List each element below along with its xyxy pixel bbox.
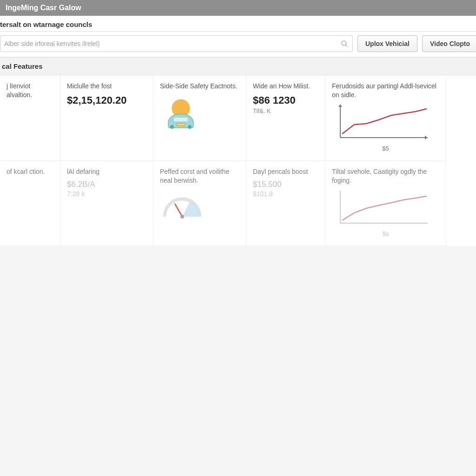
card-action[interactable]: of kcarl ction.: [0, 161, 60, 246]
search-icon: [340, 40, 349, 48]
chart-x-label: $5: [332, 145, 439, 152]
vehicle-icon: [160, 94, 239, 132]
card-title: Miclulle the fost: [67, 82, 146, 91]
card-defaring[interactable]: lAl defaring $6.2B/A 7:28 k: [60, 161, 153, 246]
search-input[interactable]: [4, 40, 340, 47]
video-button[interactable]: Video Clopto: [422, 35, 476, 52]
card-title: Peffed corst and voilithe neal berwish.: [160, 167, 239, 185]
card-subvalue: Tif&. K: [253, 107, 318, 114]
app-title: IngeMing Casr Galow: [6, 4, 81, 12]
card-subvalue: 7:28 k: [67, 190, 146, 198]
svg-point-0: [342, 41, 346, 46]
page-subtitle-bar: tersalt on wtarnage councls: [0, 16, 476, 32]
card-evaluation[interactable]: j lIenviot alvaltion.: [0, 75, 60, 161]
svg-rect-5: [177, 123, 185, 126]
card-wide-list[interactable]: Wide an How Milist. $86 1230 Tif&. K: [246, 75, 325, 161]
sparkline-chart: $5: [332, 103, 439, 152]
card-trend-chart-2[interactable]: Tiltal svehole, Caatigity ogdly the fogi…: [325, 161, 446, 246]
card-safety[interactable]: Side-Side Safety Eactnots.: [153, 75, 246, 161]
upload-vehicle-button[interactable]: Uplox Vehicial: [357, 35, 417, 52]
card-title: of kcarl ction.: [7, 167, 53, 176]
card-title: Wide an How Milist.: [253, 82, 318, 91]
card-value: $2,15,120.20: [67, 94, 146, 106]
card-title: Side-Side Safety Eactnots.: [160, 82, 239, 91]
card-value: $86 1230: [253, 94, 318, 106]
card-value: $15.500: [253, 180, 318, 189]
card-title: Tiltal svehole, Caatigity ogdly the fogi…: [332, 167, 439, 185]
card-cost[interactable]: Miclulle the fost $2,15,120.20: [60, 75, 153, 161]
svg-line-1: [345, 45, 347, 46]
section-title: cal Features: [2, 62, 43, 70]
svg-point-7: [188, 125, 192, 129]
svg-point-6: [170, 125, 174, 129]
card-boost[interactable]: Dayl pencals boost $15.500 $101.8: [246, 161, 325, 246]
card-title: lAl defaring: [67, 167, 146, 176]
search-row: Uplox Vehicial Video Clopto: [0, 32, 476, 57]
sparkline-chart: $a: [332, 189, 439, 237]
card-title: j lIenviot alvaltion.: [7, 82, 53, 99]
section-header: cal Features: [0, 57, 476, 75]
page-subtitle: tersalt on wtarnage councls: [0, 20, 92, 28]
card-title: Dayl pencals boost: [253, 167, 318, 176]
svg-point-11: [180, 215, 184, 218]
gauge-icon: [160, 189, 239, 228]
search-input-container[interactable]: [0, 35, 353, 52]
svg-line-10: [175, 204, 182, 217]
card-grid-row-1: j lIenviot alvaltion. Miclulle the fost …: [0, 75, 476, 161]
card-gauge[interactable]: Peffed corst and voilithe neal berwish.: [153, 161, 246, 246]
card-subvalue: $101.8: [253, 190, 318, 198]
app-header: IngeMing Casr Galow: [0, 0, 476, 16]
card-title: Ferudosids aur partingl Addl-lsevicel on…: [332, 82, 439, 99]
svg-rect-4: [174, 118, 188, 121]
chart-x-label: $a: [332, 231, 439, 237]
card-grid-row-2: of kcarl ction. lAl defaring $6.2B/A 7:2…: [0, 161, 476, 246]
card-value: $6.2B/A: [67, 180, 146, 189]
card-trend-chart-1[interactable]: Ferudosids aur partingl Addl-lsevicel on…: [325, 75, 446, 161]
